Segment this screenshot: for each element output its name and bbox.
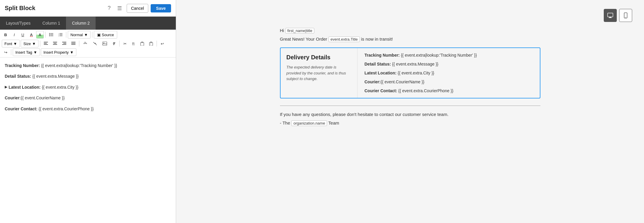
title-bar: Split Block ? ☰ Cancel Save <box>0 0 176 17</box>
menu-button[interactable]: ☰ <box>115 4 124 13</box>
size-dropdown[interactable]: Size ▼ <box>21 40 38 47</box>
help-button[interactable]: ? <box>106 4 112 12</box>
delivery-title: Delivery Details <box>286 54 351 61</box>
editor-content[interactable]: Tracking Number: {{ event.extra|lookup:'… <box>0 58 176 223</box>
divider-1 <box>45 32 46 38</box>
font-dropdown[interactable]: Font ▼ <box>2 40 20 47</box>
svg-rect-17 <box>53 44 57 45</box>
svg-rect-20 <box>62 44 66 45</box>
toolbar-row-1: B I U A A 1.2.3. Normal ▼ ▣ Source <box>2 31 174 39</box>
desktop-view-button[interactable] <box>604 9 617 22</box>
divider-4 <box>40 41 40 47</box>
mobile-view-button[interactable] <box>619 9 632 22</box>
toolbar: B I U A A 1.2.3. Normal ▼ ▣ Source <box>0 30 176 58</box>
editor-status-line: Detail Status: {{ event.extra.Message }} <box>5 73 171 79</box>
editor-location-line: ▶ Latest Location: {{ event.extra.City }… <box>5 84 171 90</box>
closing-text: If you have any questions, please don't … <box>280 112 540 117</box>
cut-button[interactable]: ✂ <box>121 40 129 47</box>
source-button[interactable]: ▣ Source <box>94 31 117 39</box>
svg-rect-27 <box>141 42 144 46</box>
image-icon-small: ▣ <box>97 33 101 37</box>
svg-rect-32 <box>608 13 613 17</box>
email-divider <box>280 106 540 106</box>
svg-rect-23 <box>71 44 75 45</box>
page-title: Split Block <box>5 5 103 12</box>
cancel-button[interactable]: Cancel <box>127 4 149 13</box>
unlink-button[interactable] <box>91 40 99 47</box>
align-justify-button[interactable] <box>69 40 78 47</box>
paste-button[interactable] <box>138 40 146 47</box>
divider-5 <box>79 41 79 47</box>
org-name-tag: organization.name <box>291 120 327 126</box>
svg-text:T: T <box>150 43 151 45</box>
svg-rect-18 <box>62 42 66 42</box>
image-button[interactable] <box>100 40 109 47</box>
svg-rect-0 <box>50 33 53 34</box>
preview-courier-contact-field: Courier Contact: {{ event.extra.CourierP… <box>365 88 533 93</box>
redo-button[interactable]: ↪ <box>2 48 9 56</box>
svg-line-24 <box>93 42 97 45</box>
tab-column1[interactable]: Column 1 <box>36 17 66 30</box>
normal-dropdown[interactable]: Normal ▼ <box>68 31 91 39</box>
divider-3 <box>92 32 92 38</box>
svg-rect-8 <box>59 36 62 36</box>
svg-rect-19 <box>63 43 66 44</box>
bold-button[interactable]: B <box>2 31 9 39</box>
left-panel: Split Block ? ☰ Cancel Save Layout/Types… <box>0 0 176 223</box>
delivery-description: The expected delivery date is provided b… <box>286 64 351 82</box>
first-name-tag: first_name|title <box>285 28 314 34</box>
preview-location-field: Latest Location: {{ event.extra.City }} <box>365 71 533 75</box>
svg-rect-25 <box>103 42 107 45</box>
tab-layout-types[interactable]: Layout/Types <box>0 17 36 30</box>
svg-rect-15 <box>53 42 57 42</box>
clear-format-button[interactable]: T <box>110 40 118 47</box>
divider-6 <box>119 41 120 47</box>
svg-rect-36 <box>625 17 626 18</box>
copy-button[interactable]: ⎘ <box>130 40 137 47</box>
divider-7 <box>157 41 157 47</box>
right-panel: Hi first_name|title Great News! Your Ord… <box>176 0 644 223</box>
svg-rect-33 <box>609 17 611 17</box>
preview-status-field: Detail Status: {{ event.extra.Message }} <box>365 62 533 66</box>
paste-text-button[interactable]: T <box>147 40 155 47</box>
tab-column2[interactable]: Column 2 <box>66 17 96 30</box>
svg-rect-21 <box>71 42 75 42</box>
editor-courier-line: Courier:{{ event.CourierName }} <box>5 95 171 101</box>
link-button[interactable] <box>81 40 90 47</box>
bg-color-button[interactable]: A <box>36 31 44 39</box>
insert-tag-dropdown[interactable]: Insert Tag ▼ <box>13 48 40 56</box>
save-button[interactable]: Save <box>151 4 171 12</box>
font-color-button[interactable]: A <box>28 31 35 39</box>
svg-rect-22 <box>71 43 75 44</box>
delivery-right: Tracking Number: {{ event.extra|lookup:'… <box>358 48 540 98</box>
delivery-box: Delivery Details The expected delivery d… <box>280 47 540 98</box>
divider-8 <box>11 49 11 55</box>
ordered-list-button[interactable]: 1.2.3. <box>56 31 65 39</box>
svg-rect-6 <box>59 33 62 34</box>
svg-rect-12 <box>44 42 48 42</box>
tabs-bar: Layout/Types Column 1 Column 2 <box>0 17 176 30</box>
email-preview: Hi first_name|title Great News! Your Ord… <box>280 28 540 125</box>
svg-rect-13 <box>44 43 47 44</box>
great-news-line: Great News! Your Order event.extra.Title… <box>280 36 540 42</box>
underline-button[interactable]: U <box>19 31 27 39</box>
svg-point-5 <box>49 35 50 36</box>
svg-rect-7 <box>59 34 62 35</box>
align-right-button[interactable] <box>60 40 68 47</box>
cursor-indicator: ▶ <box>5 84 7 90</box>
insert-property-dropdown[interactable]: Insert Property ▼ <box>41 48 76 56</box>
svg-rect-14 <box>44 44 48 45</box>
preview-tracking-field: Tracking Number: {{ event.extra|lookup:'… <box>365 53 533 58</box>
svg-text:3.: 3. <box>58 35 59 36</box>
undo-button[interactable]: ↩ <box>158 40 166 47</box>
align-left-button[interactable] <box>42 40 50 47</box>
editor-courier-contact-line: Courier Contact: {{ event.extra.CourierP… <box>5 106 171 112</box>
team-line: - The organization.name Team <box>280 120 540 125</box>
hi-line: Hi first_name|title <box>280 28 540 33</box>
italic-button[interactable]: I <box>10 31 18 39</box>
unordered-list-button[interactable] <box>47 31 55 39</box>
delivery-left: Delivery Details The expected delivery d… <box>281 48 358 98</box>
align-center-button[interactable] <box>51 40 59 47</box>
svg-rect-34 <box>609 17 612 18</box>
toolbar-row-2: Font ▼ Size ▼ <box>2 40 174 56</box>
